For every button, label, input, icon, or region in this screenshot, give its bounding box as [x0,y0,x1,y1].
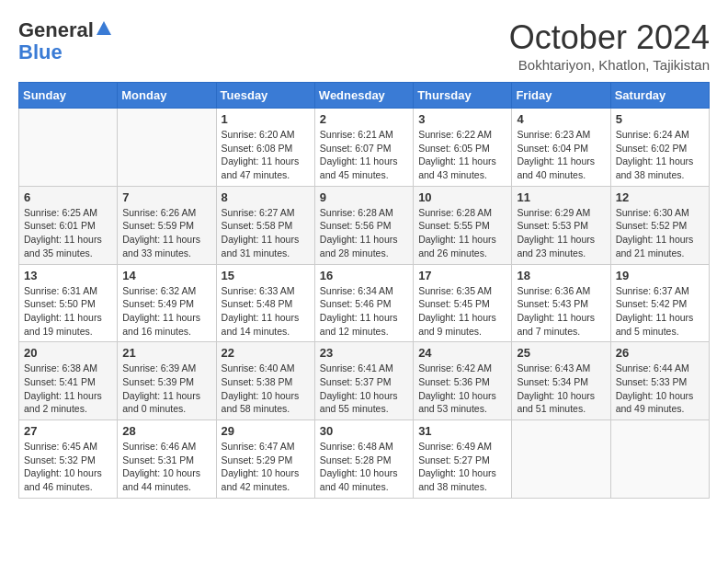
day-number: 7 [122,190,210,204]
calendar-cell: 30Sunrise: 6:48 AMSunset: 5:28 PMDayligh… [314,420,413,499]
calendar-cell: 15Sunrise: 6:33 AMSunset: 5:48 PMDayligh… [216,264,314,342]
calendar-cell: 14Sunrise: 6:32 AMSunset: 5:49 PMDayligh… [118,264,216,342]
calendar-cell: 23Sunrise: 6:41 AMSunset: 5:37 PMDayligh… [314,342,413,420]
calendar-cell: 8Sunrise: 6:27 AMSunset: 5:58 PMDaylight… [216,186,314,264]
calendar-week-row: 1Sunrise: 6:20 AMSunset: 6:08 PMDaylight… [19,109,710,187]
logo-blue: Blue [18,42,63,63]
day-info: Sunrise: 6:39 AMSunset: 5:39 PMDaylight:… [122,362,210,416]
day-info: Sunrise: 6:48 AMSunset: 5:28 PMDaylight:… [320,440,408,494]
calendar-cell [19,109,118,187]
day-info: Sunrise: 6:21 AMSunset: 6:07 PMDaylight:… [320,128,408,182]
calendar-cell: 7Sunrise: 6:26 AMSunset: 5:59 PMDaylight… [118,186,216,264]
day-info: Sunrise: 6:24 AMSunset: 6:02 PMDaylight:… [616,128,704,182]
day-info: Sunrise: 6:32 AMSunset: 5:49 PMDaylight:… [122,284,210,339]
day-number: 30 [320,424,408,438]
calendar-cell [512,420,610,499]
calendar-week-row: 27Sunrise: 6:45 AMSunset: 5:32 PMDayligh… [19,420,710,499]
day-info: Sunrise: 6:22 AMSunset: 6:05 PMDaylight:… [418,128,506,182]
calendar-cell: 25Sunrise: 6:43 AMSunset: 5:34 PMDayligh… [512,342,610,420]
calendar-cell: 22Sunrise: 6:40 AMSunset: 5:38 PMDayligh… [216,342,314,420]
day-info: Sunrise: 6:34 AMSunset: 5:46 PMDaylight:… [320,284,408,339]
day-info: Sunrise: 6:20 AMSunset: 6:08 PMDaylight:… [222,128,310,182]
day-info: Sunrise: 6:25 AMSunset: 6:01 PMDaylight:… [24,206,112,260]
day-info: Sunrise: 6:28 AMSunset: 5:56 PMDaylight:… [320,206,408,260]
day-number: 2 [320,112,408,126]
day-number: 4 [517,112,605,126]
title-area: October 2024 Bokhtariyon, Khatlon, Tajik… [509,18,710,73]
calendar-day-header: Friday [512,83,610,109]
month-title: October 2024 [509,18,710,57]
day-number: 16 [320,269,408,282]
day-number: 13 [24,269,112,282]
day-number: 18 [517,269,605,282]
day-info: Sunrise: 6:37 AMSunset: 5:42 PMDaylight:… [616,284,704,339]
day-info: Sunrise: 6:47 AMSunset: 5:29 PMDaylight:… [222,440,310,494]
day-number: 8 [222,190,310,204]
day-number: 24 [418,346,506,360]
day-info: Sunrise: 6:23 AMSunset: 6:04 PMDaylight:… [517,128,605,182]
logo: General Blue [18,18,112,63]
day-info: Sunrise: 6:45 AMSunset: 5:32 PMDaylight:… [24,440,112,494]
day-number: 31 [418,424,506,438]
calendar-day-header: Wednesday [314,83,413,109]
calendar-cell: 21Sunrise: 6:39 AMSunset: 5:39 PMDayligh… [118,342,216,420]
calendar-cell: 31Sunrise: 6:49 AMSunset: 5:27 PMDayligh… [414,420,512,499]
calendar-cell: 16Sunrise: 6:34 AMSunset: 5:46 PMDayligh… [314,264,413,342]
svg-marker-0 [97,21,111,35]
calendar-cell: 2Sunrise: 6:21 AMSunset: 6:07 PMDaylight… [314,109,413,187]
day-number: 25 [517,346,605,360]
day-number: 10 [418,190,506,204]
day-number: 29 [222,424,310,438]
calendar-cell: 26Sunrise: 6:44 AMSunset: 5:33 PMDayligh… [610,342,709,420]
calendar-cell: 24Sunrise: 6:42 AMSunset: 5:36 PMDayligh… [414,342,512,420]
calendar-week-row: 6Sunrise: 6:25 AMSunset: 6:01 PMDaylight… [19,186,710,264]
page-header: General Blue October 2024 Bokhtariyon, K… [18,18,710,73]
calendar-cell: 5Sunrise: 6:24 AMSunset: 6:02 PMDaylight… [610,109,709,187]
day-info: Sunrise: 6:35 AMSunset: 5:45 PMDaylight:… [418,284,506,339]
calendar-cell: 10Sunrise: 6:28 AMSunset: 5:55 PMDayligh… [414,186,512,264]
day-number: 20 [24,346,112,360]
day-number: 26 [616,346,704,360]
day-info: Sunrise: 6:33 AMSunset: 5:48 PMDaylight:… [222,284,310,339]
day-info: Sunrise: 6:29 AMSunset: 5:53 PMDaylight:… [517,206,605,260]
calendar-cell: 19Sunrise: 6:37 AMSunset: 5:42 PMDayligh… [610,264,709,342]
calendar-day-header: Saturday [610,83,709,109]
day-number: 6 [24,190,112,204]
day-number: 19 [616,269,704,282]
calendar-cell: 29Sunrise: 6:47 AMSunset: 5:29 PMDayligh… [216,420,314,499]
calendar-cell: 27Sunrise: 6:45 AMSunset: 5:32 PMDayligh… [19,420,118,499]
calendar-table: SundayMondayTuesdayWednesdayThursdayFrid… [18,82,710,499]
logo-general: General [18,18,94,42]
day-number: 28 [122,424,210,438]
day-number: 21 [122,346,210,360]
day-info: Sunrise: 6:30 AMSunset: 5:52 PMDaylight:… [616,206,704,260]
calendar-cell: 9Sunrise: 6:28 AMSunset: 5:56 PMDaylight… [314,186,413,264]
day-number: 15 [222,269,310,282]
day-info: Sunrise: 6:38 AMSunset: 5:41 PMDaylight:… [24,362,112,416]
calendar-cell: 6Sunrise: 6:25 AMSunset: 6:01 PMDaylight… [19,186,118,264]
day-number: 17 [418,269,506,282]
calendar-day-header: Monday [118,83,216,109]
day-info: Sunrise: 6:31 AMSunset: 5:50 PMDaylight:… [24,284,112,339]
logo-icon [96,20,112,40]
day-number: 27 [24,424,112,438]
day-number: 11 [517,190,605,204]
day-info: Sunrise: 6:42 AMSunset: 5:36 PMDaylight:… [418,362,506,416]
day-info: Sunrise: 6:46 AMSunset: 5:31 PMDaylight:… [122,440,210,494]
day-info: Sunrise: 6:26 AMSunset: 5:59 PMDaylight:… [122,206,210,260]
day-number: 3 [418,112,506,126]
calendar-cell: 13Sunrise: 6:31 AMSunset: 5:50 PMDayligh… [19,264,118,342]
day-info: Sunrise: 6:43 AMSunset: 5:34 PMDaylight:… [517,362,605,416]
calendar-cell [118,109,216,187]
calendar-day-header: Thursday [414,83,512,109]
calendar-cell: 12Sunrise: 6:30 AMSunset: 5:52 PMDayligh… [610,186,709,264]
calendar-cell: 18Sunrise: 6:36 AMSunset: 5:43 PMDayligh… [512,264,610,342]
day-number: 23 [320,346,408,360]
calendar-cell: 11Sunrise: 6:29 AMSunset: 5:53 PMDayligh… [512,186,610,264]
calendar-cell: 28Sunrise: 6:46 AMSunset: 5:31 PMDayligh… [118,420,216,499]
day-number: 14 [122,269,210,282]
calendar-cell: 20Sunrise: 6:38 AMSunset: 5:41 PMDayligh… [19,342,118,420]
day-info: Sunrise: 6:41 AMSunset: 5:37 PMDaylight:… [320,362,408,416]
calendar-cell [610,420,709,499]
calendar-week-row: 20Sunrise: 6:38 AMSunset: 5:41 PMDayligh… [19,342,710,420]
